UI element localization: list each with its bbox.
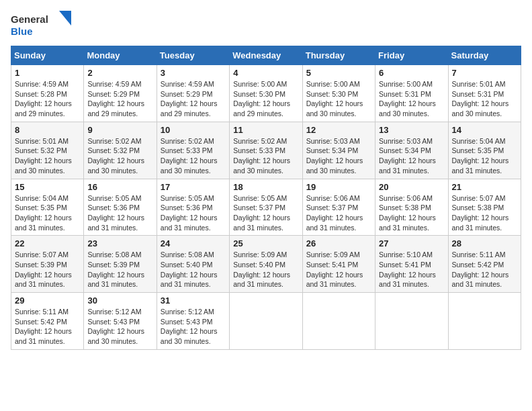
day-info: Sunrise: 5:12 AM Sunset: 5:43 PM Dayligh… bbox=[87, 307, 152, 347]
day-info: Sunrise: 5:06 AM Sunset: 5:38 PM Dayligh… bbox=[379, 193, 444, 233]
day-number: 29 bbox=[15, 295, 80, 306]
calendar-table: SundayMondayTuesdayWednesdayThursdayFrid… bbox=[11, 46, 521, 350]
day-info: Sunrise: 5:05 AM Sunset: 5:37 PM Dayligh… bbox=[233, 193, 298, 233]
svg-marker-2 bbox=[59, 11, 71, 26]
day-info: Sunrise: 4:59 AM Sunset: 5:29 PM Dayligh… bbox=[87, 79, 152, 119]
empty-cell bbox=[230, 293, 302, 350]
calendar-day-cell: 22Sunrise: 5:07 AM Sunset: 5:39 PM Dayli… bbox=[11, 236, 84, 293]
weekday-header-friday: Friday bbox=[375, 46, 448, 65]
day-info: Sunrise: 5:11 AM Sunset: 5:42 PM Dayligh… bbox=[452, 250, 517, 289]
calendar-day-cell: 14Sunrise: 5:04 AM Sunset: 5:35 PM Dayli… bbox=[448, 122, 521, 179]
calendar-day-cell: 7Sunrise: 5:01 AM Sunset: 5:31 PM Daylig… bbox=[448, 65, 521, 122]
logo: General Blue bbox=[11, 11, 71, 39]
calendar-day-cell: 26Sunrise: 5:09 AM Sunset: 5:41 PM Dayli… bbox=[302, 236, 375, 293]
day-number: 18 bbox=[233, 182, 298, 192]
calendar-day-cell: 29Sunrise: 5:11 AM Sunset: 5:42 PM Dayli… bbox=[11, 293, 84, 350]
day-info: Sunrise: 5:01 AM Sunset: 5:31 PM Dayligh… bbox=[452, 79, 517, 119]
empty-cell bbox=[375, 293, 448, 350]
calendar-day-cell: 15Sunrise: 5:04 AM Sunset: 5:35 PM Dayli… bbox=[11, 179, 84, 236]
day-number: 14 bbox=[452, 125, 517, 135]
day-number: 19 bbox=[306, 182, 371, 192]
day-number: 6 bbox=[379, 68, 444, 78]
calendar-week-row: 8Sunrise: 5:01 AM Sunset: 5:32 PM Daylig… bbox=[11, 122, 521, 179]
day-info: Sunrise: 5:05 AM Sunset: 5:36 PM Dayligh… bbox=[161, 193, 226, 233]
calendar-week-row: 1Sunrise: 4:59 AM Sunset: 5:28 PM Daylig… bbox=[11, 65, 521, 122]
page-header: General Blue bbox=[11, 11, 521, 39]
calendar-day-cell: 30Sunrise: 5:12 AM Sunset: 5:43 PM Dayli… bbox=[84, 293, 157, 350]
day-number: 7 bbox=[452, 68, 517, 78]
day-info: Sunrise: 5:06 AM Sunset: 5:37 PM Dayligh… bbox=[306, 193, 371, 233]
calendar-day-cell: 1Sunrise: 4:59 AM Sunset: 5:28 PM Daylig… bbox=[11, 65, 84, 122]
calendar-day-cell: 27Sunrise: 5:10 AM Sunset: 5:41 PM Dayli… bbox=[375, 236, 448, 293]
day-info: Sunrise: 5:00 AM Sunset: 5:30 PM Dayligh… bbox=[306, 79, 371, 119]
day-number: 13 bbox=[379, 125, 444, 135]
day-info: Sunrise: 5:09 AM Sunset: 5:40 PM Dayligh… bbox=[233, 250, 298, 289]
svg-text:Blue: Blue bbox=[11, 26, 33, 37]
day-number: 30 bbox=[87, 295, 152, 306]
day-number: 5 bbox=[306, 68, 371, 78]
calendar-day-cell: 11Sunrise: 5:02 AM Sunset: 5:33 PM Dayli… bbox=[230, 122, 302, 179]
day-info: Sunrise: 4:59 AM Sunset: 5:29 PM Dayligh… bbox=[161, 79, 226, 119]
day-info: Sunrise: 5:04 AM Sunset: 5:35 PM Dayligh… bbox=[15, 193, 80, 233]
logo-svg: General Blue bbox=[11, 11, 71, 39]
day-info: Sunrise: 5:03 AM Sunset: 5:34 PM Dayligh… bbox=[306, 136, 371, 176]
calendar-day-cell: 12Sunrise: 5:03 AM Sunset: 5:34 PM Dayli… bbox=[302, 122, 375, 179]
day-info: Sunrise: 5:07 AM Sunset: 5:39 PM Dayligh… bbox=[15, 250, 80, 289]
day-info: Sunrise: 5:05 AM Sunset: 5:36 PM Dayligh… bbox=[87, 193, 152, 233]
day-info: Sunrise: 5:02 AM Sunset: 5:33 PM Dayligh… bbox=[161, 136, 226, 176]
calendar-day-cell: 28Sunrise: 5:11 AM Sunset: 5:42 PM Dayli… bbox=[448, 236, 521, 293]
day-info: Sunrise: 5:08 AM Sunset: 5:39 PM Dayligh… bbox=[87, 250, 152, 289]
day-number: 11 bbox=[233, 125, 298, 135]
day-number: 27 bbox=[379, 238, 444, 248]
day-number: 25 bbox=[233, 238, 298, 248]
calendar-day-cell: 3Sunrise: 4:59 AM Sunset: 5:29 PM Daylig… bbox=[157, 65, 229, 122]
day-number: 31 bbox=[161, 295, 226, 306]
day-number: 16 bbox=[87, 182, 152, 192]
empty-cell bbox=[302, 293, 375, 350]
day-number: 4 bbox=[233, 68, 298, 78]
calendar-day-cell: 23Sunrise: 5:08 AM Sunset: 5:39 PM Dayli… bbox=[84, 236, 157, 293]
day-number: 28 bbox=[452, 238, 517, 248]
day-number: 1 bbox=[15, 68, 80, 78]
weekday-header-tuesday: Tuesday bbox=[157, 46, 229, 65]
day-info: Sunrise: 5:09 AM Sunset: 5:41 PM Dayligh… bbox=[306, 250, 371, 289]
calendar-day-cell: 4Sunrise: 5:00 AM Sunset: 5:30 PM Daylig… bbox=[230, 65, 302, 122]
calendar-day-cell: 24Sunrise: 5:08 AM Sunset: 5:40 PM Dayli… bbox=[157, 236, 229, 293]
weekday-header-monday: Monday bbox=[84, 46, 157, 65]
day-number: 15 bbox=[15, 182, 80, 192]
day-info: Sunrise: 5:10 AM Sunset: 5:41 PM Dayligh… bbox=[379, 250, 444, 289]
day-info: Sunrise: 5:08 AM Sunset: 5:40 PM Dayligh… bbox=[161, 250, 226, 289]
calendar-day-cell: 9Sunrise: 5:02 AM Sunset: 5:32 PM Daylig… bbox=[84, 122, 157, 179]
day-info: Sunrise: 5:11 AM Sunset: 5:42 PM Dayligh… bbox=[15, 307, 80, 347]
day-number: 10 bbox=[161, 125, 226, 135]
calendar-day-cell: 17Sunrise: 5:05 AM Sunset: 5:36 PM Dayli… bbox=[157, 179, 229, 236]
day-info: Sunrise: 5:02 AM Sunset: 5:33 PM Dayligh… bbox=[233, 136, 298, 176]
day-number: 8 bbox=[15, 125, 80, 135]
calendar-day-cell: 2Sunrise: 4:59 AM Sunset: 5:29 PM Daylig… bbox=[84, 65, 157, 122]
calendar-week-row: 15Sunrise: 5:04 AM Sunset: 5:35 PM Dayli… bbox=[11, 179, 521, 236]
day-number: 12 bbox=[306, 125, 371, 135]
calendar-day-cell: 6Sunrise: 5:00 AM Sunset: 5:31 PM Daylig… bbox=[375, 65, 448, 122]
day-info: Sunrise: 5:00 AM Sunset: 5:31 PM Dayligh… bbox=[379, 79, 444, 119]
day-info: Sunrise: 5:07 AM Sunset: 5:38 PM Dayligh… bbox=[452, 193, 517, 233]
day-info: Sunrise: 5:02 AM Sunset: 5:32 PM Dayligh… bbox=[87, 136, 152, 176]
day-number: 23 bbox=[87, 238, 152, 248]
weekday-header-thursday: Thursday bbox=[302, 46, 375, 65]
day-info: Sunrise: 5:04 AM Sunset: 5:35 PM Dayligh… bbox=[452, 136, 517, 176]
day-number: 3 bbox=[161, 68, 226, 78]
calendar-day-cell: 21Sunrise: 5:07 AM Sunset: 5:38 PM Dayli… bbox=[448, 179, 521, 236]
day-number: 17 bbox=[161, 182, 226, 192]
day-number: 21 bbox=[452, 182, 517, 192]
calendar-day-cell: 5Sunrise: 5:00 AM Sunset: 5:30 PM Daylig… bbox=[302, 65, 375, 122]
calendar-day-cell: 18Sunrise: 5:05 AM Sunset: 5:37 PM Dayli… bbox=[230, 179, 302, 236]
calendar-day-cell: 13Sunrise: 5:03 AM Sunset: 5:34 PM Dayli… bbox=[375, 122, 448, 179]
calendar-day-cell: 25Sunrise: 5:09 AM Sunset: 5:40 PM Dayli… bbox=[230, 236, 302, 293]
day-number: 22 bbox=[15, 238, 80, 248]
calendar-day-cell: 16Sunrise: 5:05 AM Sunset: 5:36 PM Dayli… bbox=[84, 179, 157, 236]
empty-cell bbox=[448, 293, 521, 350]
day-number: 2 bbox=[87, 68, 152, 78]
day-info: Sunrise: 4:59 AM Sunset: 5:28 PM Dayligh… bbox=[15, 79, 80, 119]
day-number: 26 bbox=[306, 238, 371, 248]
weekday-header-wednesday: Wednesday bbox=[230, 46, 302, 65]
calendar-day-cell: 8Sunrise: 5:01 AM Sunset: 5:32 PM Daylig… bbox=[11, 122, 84, 179]
